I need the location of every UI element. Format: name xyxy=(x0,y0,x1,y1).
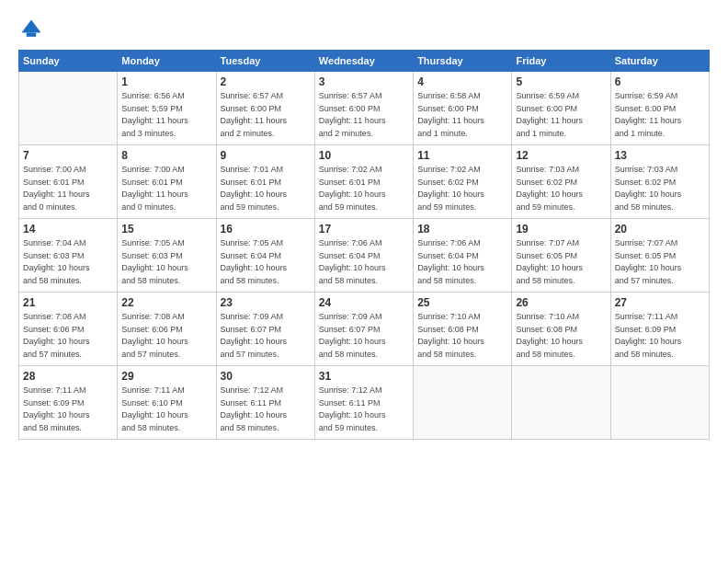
calendar-week-row: 7Sunrise: 7:00 AM Sunset: 6:01 PM Daylig… xyxy=(19,145,710,219)
day-number: 4 xyxy=(417,75,507,88)
day-info: Sunrise: 7:02 AM Sunset: 6:01 PM Dayligh… xyxy=(319,164,409,213)
header-day-friday: Friday xyxy=(512,51,610,72)
day-number: 29 xyxy=(121,370,211,383)
day-info: Sunrise: 7:00 AM Sunset: 6:01 PM Dayligh… xyxy=(121,164,211,213)
day-info: Sunrise: 7:08 AM Sunset: 6:06 PM Dayligh… xyxy=(23,311,113,361)
day-number: 26 xyxy=(516,296,606,309)
day-info: Sunrise: 7:02 AM Sunset: 6:02 PM Dayligh… xyxy=(417,164,507,213)
day-info: Sunrise: 7:05 AM Sunset: 6:03 PM Dayligh… xyxy=(121,237,211,287)
calendar-cell: 12Sunrise: 7:03 AM Sunset: 6:02 PM Dayli… xyxy=(512,145,610,219)
calendar-cell: 10Sunrise: 7:02 AM Sunset: 6:01 PM Dayli… xyxy=(314,145,413,219)
day-info: Sunrise: 7:03 AM Sunset: 6:02 PM Dayligh… xyxy=(516,164,606,213)
day-info: Sunrise: 6:59 AM Sunset: 6:00 PM Dayligh… xyxy=(615,90,705,140)
header-day-thursday: Thursday xyxy=(414,51,512,72)
header-day-wednesday: Wednesday xyxy=(314,51,413,72)
day-number: 8 xyxy=(121,149,211,162)
calendar-cell: 15Sunrise: 7:05 AM Sunset: 6:03 PM Dayli… xyxy=(118,219,216,293)
day-number: 31 xyxy=(319,370,409,383)
calendar-cell: 19Sunrise: 7:07 AM Sunset: 6:05 PM Dayli… xyxy=(512,219,610,293)
calendar-cell: 29Sunrise: 7:11 AM Sunset: 6:10 PM Dayli… xyxy=(118,366,216,440)
day-number: 7 xyxy=(23,149,113,162)
calendar-cell: 27Sunrise: 7:11 AM Sunset: 6:09 PM Dayli… xyxy=(610,293,709,366)
day-number: 25 xyxy=(417,296,507,309)
calendar-week-row: 14Sunrise: 7:04 AM Sunset: 6:03 PM Dayli… xyxy=(19,219,710,293)
day-number: 28 xyxy=(23,370,113,383)
day-info: Sunrise: 7:03 AM Sunset: 6:02 PM Dayligh… xyxy=(615,164,705,213)
calendar-cell: 17Sunrise: 7:06 AM Sunset: 6:04 PM Dayli… xyxy=(314,219,413,293)
calendar-week-row: 1Sunrise: 6:56 AM Sunset: 5:59 PM Daylig… xyxy=(19,72,710,145)
calendar-cell: 18Sunrise: 7:06 AM Sunset: 6:04 PM Dayli… xyxy=(414,219,512,293)
logo-icon xyxy=(18,17,44,42)
calendar-cell: 7Sunrise: 7:00 AM Sunset: 6:01 PM Daylig… xyxy=(19,145,118,219)
day-info: Sunrise: 7:05 AM Sunset: 6:04 PM Dayligh… xyxy=(221,237,311,287)
calendar-cell: 31Sunrise: 7:12 AM Sunset: 6:11 PM Dayli… xyxy=(314,366,413,440)
day-info: Sunrise: 7:09 AM Sunset: 6:07 PM Dayligh… xyxy=(319,311,409,361)
day-info: Sunrise: 7:12 AM Sunset: 6:11 PM Dayligh… xyxy=(319,385,409,434)
calendar-cell: 28Sunrise: 7:11 AM Sunset: 6:09 PM Dayli… xyxy=(19,366,118,440)
day-info: Sunrise: 7:01 AM Sunset: 6:01 PM Dayligh… xyxy=(221,164,311,213)
day-number: 22 xyxy=(121,296,211,309)
header-day-tuesday: Tuesday xyxy=(216,51,314,72)
day-info: Sunrise: 7:11 AM Sunset: 6:10 PM Dayligh… xyxy=(121,385,211,434)
day-number: 14 xyxy=(23,223,113,236)
calendar-cell: 25Sunrise: 7:10 AM Sunset: 6:08 PM Dayli… xyxy=(414,293,512,366)
day-number: 13 xyxy=(615,149,705,162)
day-number: 9 xyxy=(221,149,311,162)
day-info: Sunrise: 7:11 AM Sunset: 6:09 PM Dayligh… xyxy=(23,385,113,434)
calendar-cell: 22Sunrise: 7:08 AM Sunset: 6:06 PM Dayli… xyxy=(118,293,216,366)
day-info: Sunrise: 7:08 AM Sunset: 6:06 PM Dayligh… xyxy=(121,311,211,361)
day-number: 18 xyxy=(417,223,507,236)
calendar-cell: 13Sunrise: 7:03 AM Sunset: 6:02 PM Dayli… xyxy=(610,145,709,219)
day-info: Sunrise: 7:12 AM Sunset: 6:11 PM Dayligh… xyxy=(221,385,311,434)
day-info: Sunrise: 6:56 AM Sunset: 5:59 PM Dayligh… xyxy=(121,90,211,140)
day-info: Sunrise: 7:07 AM Sunset: 6:05 PM Dayligh… xyxy=(516,237,606,287)
day-info: Sunrise: 7:11 AM Sunset: 6:09 PM Dayligh… xyxy=(615,311,705,361)
day-number: 30 xyxy=(221,370,311,383)
day-number: 20 xyxy=(615,223,705,236)
day-info: Sunrise: 7:07 AM Sunset: 6:05 PM Dayligh… xyxy=(615,237,705,287)
calendar-cell: 3Sunrise: 6:57 AM Sunset: 6:00 PM Daylig… xyxy=(314,72,413,145)
day-number: 27 xyxy=(615,296,705,309)
calendar-cell: 11Sunrise: 7:02 AM Sunset: 6:02 PM Dayli… xyxy=(414,145,512,219)
day-number: 6 xyxy=(615,75,705,88)
calendar-cell: 16Sunrise: 7:05 AM Sunset: 6:04 PM Dayli… xyxy=(216,219,314,293)
day-number: 24 xyxy=(319,296,409,309)
day-info: Sunrise: 7:09 AM Sunset: 6:07 PM Dayligh… xyxy=(221,311,311,361)
calendar-cell: 24Sunrise: 7:09 AM Sunset: 6:07 PM Dayli… xyxy=(314,293,413,366)
day-info: Sunrise: 6:57 AM Sunset: 6:00 PM Dayligh… xyxy=(319,90,409,140)
day-number: 12 xyxy=(516,149,606,162)
day-info: Sunrise: 6:57 AM Sunset: 6:00 PM Dayligh… xyxy=(221,90,311,140)
svg-marker-0 xyxy=(22,20,41,33)
day-number: 3 xyxy=(319,75,409,88)
day-info: Sunrise: 7:06 AM Sunset: 6:04 PM Dayligh… xyxy=(319,237,409,287)
calendar-cell: 26Sunrise: 7:10 AM Sunset: 6:08 PM Dayli… xyxy=(512,293,610,366)
day-number: 1 xyxy=(121,75,211,88)
calendar-cell: 21Sunrise: 7:08 AM Sunset: 6:06 PM Dayli… xyxy=(19,293,118,366)
calendar-cell: 8Sunrise: 7:00 AM Sunset: 6:01 PM Daylig… xyxy=(118,145,216,219)
calendar-cell: 2Sunrise: 6:57 AM Sunset: 6:00 PM Daylig… xyxy=(216,72,314,145)
day-number: 23 xyxy=(221,296,311,309)
calendar-cell: 20Sunrise: 7:07 AM Sunset: 6:05 PM Dayli… xyxy=(610,219,709,293)
day-number: 17 xyxy=(319,223,409,236)
calendar-cell: 9Sunrise: 7:01 AM Sunset: 6:01 PM Daylig… xyxy=(216,145,314,219)
day-number: 19 xyxy=(516,223,606,236)
svg-rect-1 xyxy=(27,33,37,37)
logo xyxy=(18,17,48,42)
calendar-table: SundayMondayTuesdayWednesdayThursdayFrid… xyxy=(18,50,710,440)
calendar-cell: 1Sunrise: 6:56 AM Sunset: 5:59 PM Daylig… xyxy=(118,72,216,145)
header-day-sunday: Sunday xyxy=(19,51,118,72)
calendar-week-row: 28Sunrise: 7:11 AM Sunset: 6:09 PM Dayli… xyxy=(19,366,710,440)
page: SundayMondayTuesdayWednesdayThursdayFrid… xyxy=(0,0,728,563)
calendar-cell: 5Sunrise: 6:59 AM Sunset: 6:00 PM Daylig… xyxy=(512,72,610,145)
day-number: 10 xyxy=(319,149,409,162)
day-number: 11 xyxy=(417,149,507,162)
day-info: Sunrise: 7:10 AM Sunset: 6:08 PM Dayligh… xyxy=(516,311,606,361)
day-number: 16 xyxy=(221,223,311,236)
calendar-cell xyxy=(414,366,512,440)
calendar-week-row: 21Sunrise: 7:08 AM Sunset: 6:06 PM Dayli… xyxy=(19,293,710,366)
calendar-cell xyxy=(512,366,610,440)
calendar-cell xyxy=(610,366,709,440)
calendar-cell: 4Sunrise: 6:58 AM Sunset: 6:00 PM Daylig… xyxy=(414,72,512,145)
calendar-cell: 14Sunrise: 7:04 AM Sunset: 6:03 PM Dayli… xyxy=(19,219,118,293)
calendar-cell: 23Sunrise: 7:09 AM Sunset: 6:07 PM Dayli… xyxy=(216,293,314,366)
